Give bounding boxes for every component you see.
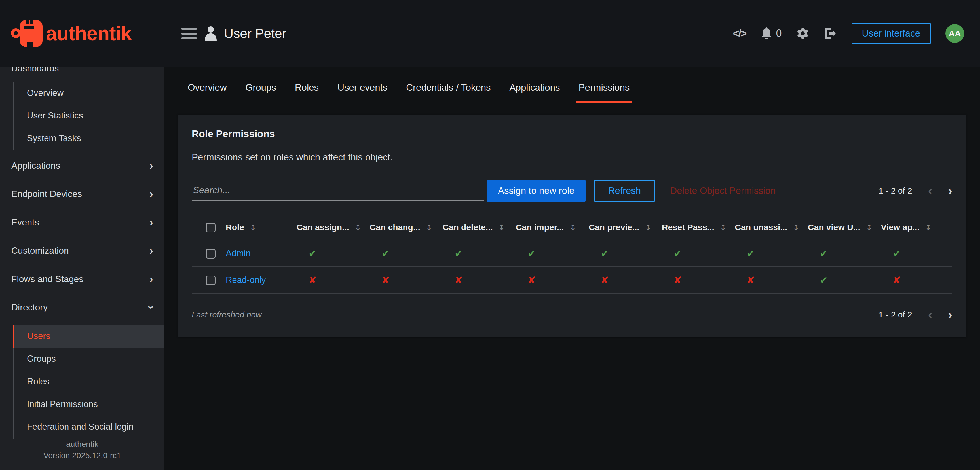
chevron-right-icon[interactable]: › — [948, 308, 952, 321]
sort-icon[interactable]: ↕ — [720, 223, 727, 232]
chevron-right-icon[interactable]: › — [948, 184, 952, 197]
notifications-control[interactable]: 0 — [761, 27, 782, 40]
assign-to-new-role-button[interactable]: Assign to new role — [487, 180, 586, 202]
sidebar-item-directory[interactable]: Directory › — [0, 294, 164, 320]
sidebar-item-federation-and-social-login[interactable]: Federation and Social login — [13, 416, 164, 438]
sort-icon[interactable]: ↕ — [645, 223, 652, 232]
refresh-button[interactable]: Refresh — [594, 180, 655, 202]
role-cell: Admin — [224, 240, 295, 267]
column-header-can-assign[interactable]: Can assign...↕ — [295, 216, 368, 240]
sort-icon[interactable]: ↕ — [498, 223, 505, 232]
pagination-bottom: 1 - 2 of 2 ‹ › — [878, 308, 952, 321]
sidebar-footer-version: Version 2025.12.0-rc1 — [0, 450, 164, 462]
sidebar-item-endpoint-devices[interactable]: Endpoint Devices› — [0, 181, 164, 207]
chevron-right-icon: › — [150, 273, 153, 284]
column-header-can-chang[interactable]: Can chang...↕ — [368, 216, 441, 240]
table-row: Read-only✘✘✘✘✘✘✘✔✘ — [192, 267, 952, 294]
sidebar-item-events[interactable]: Events› — [0, 209, 164, 235]
permission-cell: ✘ — [295, 267, 368, 294]
table-body: Admin✔✔✔✔✔✔✔✔✔Read-only✘✘✘✘✘✘✘✔✘ — [192, 240, 952, 294]
permission-cell: ✘ — [879, 267, 952, 294]
table-header-row: Role↕Can assign...↕Can chang...↕Can dele… — [192, 216, 952, 240]
chevron-right-icon: › — [150, 188, 153, 200]
role-permissions-card: Role Permissions Permissions set on role… — [178, 114, 966, 337]
sidebar-item-flows-and-stages[interactable]: Flows and Stages› — [0, 266, 164, 292]
dashboards-sub-list: OverviewUser StatisticsSystem Tasks — [13, 82, 164, 150]
select-all-checkbox[interactable] — [206, 223, 215, 232]
column-header-label: Can assign... — [297, 222, 349, 232]
authentik-key-logo-icon — [11, 19, 43, 48]
check-icon: ✔ — [309, 248, 317, 259]
user-interface-button[interactable]: User interface — [851, 23, 931, 44]
check-icon: ✔ — [747, 248, 755, 259]
card-title: Role Permissions — [192, 128, 952, 140]
x-icon: ✘ — [455, 275, 463, 286]
gear-icon[interactable] — [797, 27, 809, 40]
column-header-can-view-u[interactable]: Can view U...↕ — [806, 216, 879, 240]
permission-cell: ✘ — [587, 267, 660, 294]
sidebar-item-label: Flows and Stages — [11, 274, 83, 284]
sidebar-item-dashboards-clipped[interactable]: Dashboards — [0, 67, 164, 74]
sidebar-item-overview[interactable]: Overview — [13, 82, 164, 104]
column-header-can-delete[interactable]: Can delete...↕ — [441, 216, 514, 240]
sidebar-item-users[interactable]: Users — [13, 325, 164, 348]
sort-icon[interactable]: ↕ — [793, 223, 799, 232]
tab-overview[interactable]: Overview — [185, 74, 230, 103]
sort-icon[interactable]: ↕ — [570, 223, 576, 232]
role-link-admin[interactable]: Admin — [226, 248, 251, 258]
search-input[interactable] — [192, 181, 484, 201]
row-select-cell — [192, 267, 224, 294]
permission-cell: ✘ — [368, 267, 441, 294]
check-icon: ✔ — [528, 248, 536, 259]
sidebar-item-customization[interactable]: Customization› — [0, 238, 164, 264]
column-header-can-previe[interactable]: Can previe...↕ — [587, 216, 660, 240]
sort-icon[interactable]: ↕ — [250, 223, 256, 232]
sidebar-item-applications[interactable]: Applications› — [0, 152, 164, 179]
column-header-role[interactable]: Role↕ — [224, 216, 295, 240]
tab-groups[interactable]: Groups — [243, 74, 279, 103]
sort-icon[interactable]: ↕ — [925, 223, 932, 232]
chevron-right-icon: › — [150, 217, 153, 228]
sort-icon[interactable]: ↕ — [426, 223, 433, 232]
sidebar-item-system-tasks[interactable]: System Tasks — [13, 127, 164, 150]
check-icon: ✔ — [820, 275, 828, 286]
sidebar-item-groups[interactable]: Groups — [13, 348, 164, 370]
api-code-icon[interactable]: </> — [733, 27, 746, 40]
avatar[interactable]: AA — [945, 24, 964, 43]
tab-permissions[interactable]: Permissions — [576, 74, 633, 103]
brand-logo[interactable]: authentik — [0, 0, 164, 67]
sort-icon[interactable]: ↕ — [355, 223, 361, 232]
sidebar-toggle-hamburger-icon[interactable] — [181, 28, 197, 40]
column-header-label: View ap... — [881, 222, 919, 232]
chevron-left-icon[interactable]: ‹ — [928, 184, 932, 197]
column-header-label: Can delete... — [443, 222, 493, 232]
tab-credentials-tokens[interactable]: Credentials / Tokens — [403, 74, 493, 103]
sidebar-item-initial-permissions[interactable]: Initial Permissions — [13, 393, 164, 416]
column-header-can-unassi[interactable]: Can unassi...↕ — [733, 216, 806, 240]
column-header-view-ap[interactable]: View ap...↕ — [879, 216, 952, 240]
column-header-reset-pass[interactable]: Reset Pass...↕ — [660, 216, 733, 240]
main-area: OverviewGroupsRolesUser eventsCredential… — [164, 67, 980, 470]
pagination-top: 1 - 2 of 2 ‹ › — [878, 184, 952, 197]
chevron-down-icon: › — [145, 305, 157, 309]
row-checkbox[interactable] — [206, 249, 215, 259]
role-link-read-only[interactable]: Read-only — [226, 275, 266, 285]
sidebar-item-roles[interactable]: Roles — [13, 370, 164, 393]
chevron-left-icon[interactable]: ‹ — [928, 308, 932, 321]
sort-icon[interactable]: ↕ — [866, 223, 873, 232]
delete-object-permission-button: Delete Object Permission — [670, 186, 776, 196]
bell-icon — [761, 27, 772, 40]
x-icon: ✘ — [382, 275, 390, 286]
row-checkbox[interactable] — [206, 276, 215, 285]
card-footer: Last refreshed now 1 - 2 of 2 ‹ › — [192, 308, 952, 323]
pagination-label: 1 - 2 of 2 — [878, 186, 912, 195]
sign-out-icon[interactable] — [824, 27, 837, 40]
directory-sub-list: UsersGroupsRolesInitial PermissionsFeder… — [13, 325, 164, 438]
tab-user-events[interactable]: User events — [335, 74, 390, 103]
tab-applications[interactable]: Applications — [507, 74, 563, 103]
sidebar-item-user-statistics[interactable]: User Statistics — [13, 104, 164, 127]
column-header-can-imper[interactable]: Can imper...↕ — [514, 216, 587, 240]
permission-cell: ✘ — [441, 267, 514, 294]
brand-name: authentik — [46, 22, 132, 45]
tab-roles[interactable]: Roles — [292, 74, 321, 103]
